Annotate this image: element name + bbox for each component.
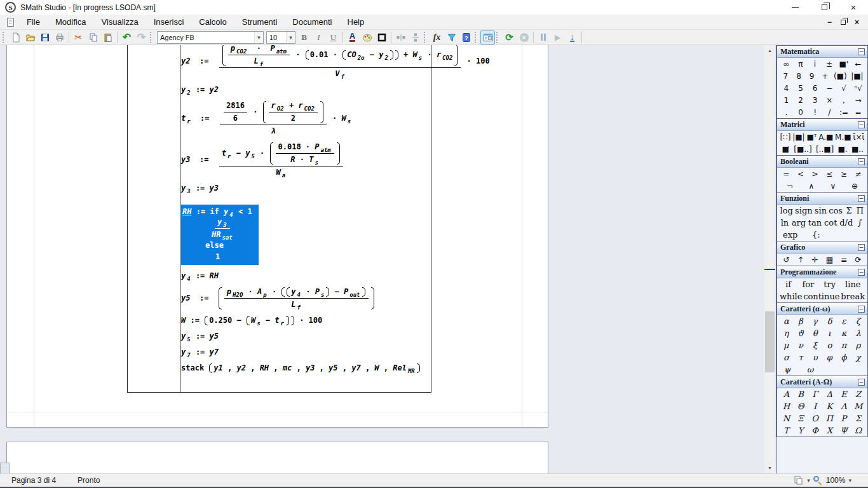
palette-button[interactable]: A.■ bbox=[818, 133, 833, 142]
palette-button[interactable]: = bbox=[854, 108, 863, 117]
palette-button[interactable]: 3 bbox=[811, 96, 820, 105]
page-layout-icon[interactable] bbox=[794, 475, 804, 485]
menu-modifica[interactable]: Modifica bbox=[48, 15, 93, 29]
dropdown-arrow-icon[interactable]: ▾ bbox=[254, 32, 263, 43]
palette-button[interactable]: ⁿ√ bbox=[854, 84, 863, 93]
palette-button[interactable]: ✛ bbox=[811, 255, 820, 264]
palette-button[interactable]: Δ bbox=[825, 390, 834, 399]
palette-button[interactable]: ρ bbox=[854, 341, 863, 350]
palette-button[interactable]: 2 bbox=[796, 96, 805, 105]
italic-button[interactable]: I bbox=[311, 30, 326, 44]
step-button[interactable]: ↓ bbox=[565, 30, 580, 44]
palette-button[interactable]: ■.. bbox=[851, 145, 864, 154]
palette-button[interactable]: A bbox=[782, 390, 790, 399]
menu-inserisci[interactable]: Inserisci bbox=[146, 15, 192, 29]
palette-button[interactable]: ω bbox=[806, 365, 815, 374]
palette-button[interactable]: ■' bbox=[839, 60, 848, 69]
palette-button[interactable]: ± bbox=[825, 60, 834, 69]
palette-button[interactable]: π bbox=[839, 341, 848, 350]
palette-button[interactable]: Z bbox=[854, 390, 863, 399]
palette-button[interactable]: |■| bbox=[792, 133, 804, 142]
palette-button[interactable]: d/d bbox=[839, 218, 853, 227]
equation[interactable]: y5 := pH2O · Ap · y4 · Ps − PoutLf bbox=[181, 287, 375, 309]
toolbar-grip[interactable] bbox=[3, 32, 6, 43]
print-button[interactable] bbox=[52, 30, 67, 44]
toolbar-grip[interactable] bbox=[150, 32, 153, 43]
palette-button[interactable]: ϕ bbox=[839, 353, 848, 362]
palette-button[interactable]: exp bbox=[783, 230, 797, 240]
palette-button[interactable]: ζ bbox=[854, 316, 863, 326]
menu-calcolo[interactable]: Calcolo bbox=[191, 15, 234, 29]
palette-button[interactable]: η bbox=[782, 329, 790, 338]
border-button[interactable] bbox=[374, 30, 389, 44]
palette-button[interactable]: if bbox=[783, 280, 792, 289]
palette-button[interactable]: ⟳ bbox=[854, 255, 863, 264]
palette-button[interactable]: λ bbox=[854, 329, 863, 338]
palette-button[interactable]: υ bbox=[811, 353, 820, 362]
palette-button[interactable]: > bbox=[811, 170, 820, 179]
palette-button[interactable]: δ bbox=[825, 316, 834, 326]
doc-minimize-button[interactable]: − bbox=[827, 18, 832, 26]
palette-button[interactable]: cos bbox=[829, 206, 843, 215]
palette-button[interactable]: arg bbox=[792, 218, 806, 227]
collapse-icon[interactable]: − bbox=[858, 306, 865, 313]
toolbar-grip[interactable] bbox=[475, 32, 478, 43]
palette-button[interactable]: ■ᵀ bbox=[806, 133, 817, 142]
palette-button[interactable]: E bbox=[839, 390, 848, 399]
palette-button[interactable]: K bbox=[825, 402, 834, 411]
save-button[interactable] bbox=[37, 30, 52, 44]
palette-button[interactable]: Γ bbox=[811, 390, 820, 399]
palette-button[interactable]: [∷] bbox=[780, 133, 790, 142]
palette-button[interactable]: ⊕ bbox=[850, 182, 859, 191]
palette-button[interactable]: ι bbox=[825, 329, 834, 338]
palette-button[interactable]: Λ bbox=[839, 402, 848, 411]
palette-button[interactable]: ■⃗ bbox=[781, 145, 790, 154]
palette-button[interactable]: Π bbox=[855, 206, 864, 215]
palette-button[interactable]: × bbox=[825, 96, 834, 105]
side-panel-toggle-button[interactable] bbox=[480, 30, 495, 44]
palette-button[interactable]: Σ bbox=[854, 414, 863, 423]
palette-button[interactable]: Φ bbox=[811, 426, 820, 435]
palette-button[interactable]: while bbox=[780, 292, 803, 301]
equation[interactable]: y2 := pCO2 · PatmLf · 0.01 · CO2o − y2 +… bbox=[181, 45, 490, 79]
paste-button[interactable] bbox=[100, 30, 115, 44]
palette-button[interactable]: β bbox=[796, 316, 805, 326]
palette-button[interactable]: 8 bbox=[794, 72, 803, 81]
font-size-combo[interactable]: 10 ▾ bbox=[266, 31, 295, 44]
restore-button[interactable] bbox=[810, 0, 839, 15]
palette-button[interactable]: ∫ bbox=[855, 218, 864, 227]
palette-button[interactable]: ← bbox=[854, 60, 863, 69]
collapse-icon[interactable]: − bbox=[858, 269, 865, 276]
palette-button[interactable]: O bbox=[811, 414, 820, 423]
pause-button[interactable] bbox=[536, 30, 550, 44]
palette-button[interactable]: 6 bbox=[811, 84, 820, 93]
palette-button[interactable]: sin bbox=[815, 206, 827, 215]
palette-button[interactable]: κ bbox=[839, 329, 848, 338]
palette-button[interactable]: 0 bbox=[796, 108, 805, 117]
toolbar-grip[interactable] bbox=[424, 32, 427, 43]
worksheet-page-4[interactable] bbox=[6, 442, 548, 473]
menu-strumenti[interactable]: Strumenti bbox=[234, 15, 285, 29]
palette-button[interactable]: P bbox=[839, 414, 848, 423]
equation[interactable]: y3 := tr − y5 · 0.018 · PatmR · TsWa bbox=[181, 142, 344, 177]
bold-button[interactable]: B bbox=[297, 30, 311, 44]
palette-button[interactable]: τ bbox=[796, 353, 805, 362]
align-horizontal-button[interactable] bbox=[393, 30, 408, 44]
palette-button[interactable]: χ bbox=[854, 353, 863, 362]
equation[interactable]: y5 := y5 bbox=[181, 332, 219, 341]
palette-button[interactable]: ν bbox=[796, 341, 805, 350]
palette-button[interactable]: γ bbox=[811, 316, 820, 326]
page-layout-dropdown-arrow[interactable]: ▾ bbox=[807, 477, 810, 484]
equation[interactable]: y3 := y3 bbox=[181, 184, 219, 193]
redo-button[interactable]: ↷ bbox=[134, 30, 149, 44]
collapse-icon[interactable]: − bbox=[858, 195, 865, 202]
cut-button[interactable]: ✂ bbox=[71, 30, 86, 44]
palette-button[interactable]: α bbox=[782, 316, 790, 326]
undo-button[interactable]: ↶ bbox=[119, 30, 134, 44]
palette-button[interactable]: {: bbox=[811, 230, 820, 240]
scroll-up-arrow[interactable]: ▲ bbox=[764, 45, 775, 56]
palette-button[interactable]: ! bbox=[811, 108, 820, 117]
align-vertical-button[interactable] bbox=[408, 30, 423, 44]
palette-button[interactable]: X bbox=[825, 426, 834, 435]
zoom-level[interactable]: 100% bbox=[826, 476, 846, 485]
